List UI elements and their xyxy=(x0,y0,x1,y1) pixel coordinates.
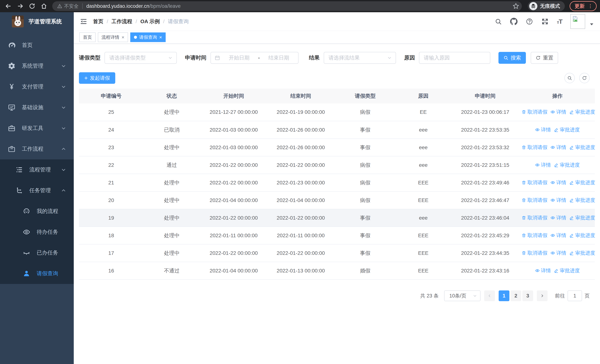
chevron-down-icon xyxy=(61,105,66,110)
action-cancel-link[interactable]: 取消请假 xyxy=(521,232,547,239)
page-button-2[interactable]: 2 xyxy=(510,290,521,301)
sidebar-item-done-tasks[interactable]: 已办任务 xyxy=(0,243,74,263)
sidebar-item-payment-management[interactable]: 支付管理 xyxy=(0,76,74,97)
actions-cell: 详情审批进度 xyxy=(520,121,595,139)
tab-process-detail[interactable]: 流程详情× xyxy=(98,32,128,42)
search-button[interactable]: 搜索 xyxy=(498,52,526,64)
sidebar-toggle-button[interactable] xyxy=(80,18,87,25)
goto-page-input[interactable] xyxy=(568,290,582,301)
app-window: 芋道管理系统 首页系统管理支付管理基础设施研发工具工作流程流程管理任务管理我的流… xyxy=(0,12,600,364)
chevron-down-icon xyxy=(61,84,66,90)
status-cell: 处理中 xyxy=(143,209,200,227)
page-button-3[interactable]: 3 xyxy=(522,290,533,301)
action-detail-link[interactable]: 详情 xyxy=(550,215,566,221)
browser-forward-button[interactable] xyxy=(15,1,25,11)
next-page-button[interactable] xyxy=(537,290,548,301)
dashboard-icon xyxy=(8,41,16,49)
trash-icon xyxy=(521,145,526,150)
browser-menu-icon[interactable] xyxy=(588,3,593,9)
browser-home-button[interactable] xyxy=(39,1,49,11)
apply-time-range-picker[interactable]: 开始日期 - 结束日期 xyxy=(210,52,299,64)
page-size-select[interactable]: 10条/页 xyxy=(444,290,480,301)
action-cancel-link[interactable]: 取消请假 xyxy=(521,250,547,256)
action-detail-link[interactable]: 详情 xyxy=(550,250,566,256)
reason-input[interactable] xyxy=(419,52,490,63)
reset-button[interactable]: 重置 xyxy=(531,52,558,64)
sidebar-item-workflow[interactable]: 工作流程 xyxy=(0,139,74,159)
browser-update-button[interactable]: 更新 xyxy=(570,1,597,11)
eye-closed-icon xyxy=(23,249,30,257)
toggle-search-button[interactable] xyxy=(564,73,575,83)
page-button-1[interactable]: 1 xyxy=(499,290,509,301)
action-detail-link[interactable]: 详情 xyxy=(550,109,566,115)
close-tab-icon[interactable]: × xyxy=(122,35,124,40)
action-detail-link[interactable]: 详情 xyxy=(550,197,566,204)
close-tab-icon[interactable]: × xyxy=(159,35,162,40)
sidebar-item-task-management[interactable]: 任务管理 xyxy=(0,180,74,201)
sidebar-item-dev-tools[interactable]: 研发工具 xyxy=(0,118,74,139)
action-cancel-link[interactable]: 取消请假 xyxy=(521,144,547,151)
reason-cell: eee xyxy=(396,121,450,139)
apply-id-cell: 23 xyxy=(79,139,143,156)
action-progress-link[interactable]: 审批进度 xyxy=(554,126,580,133)
action-detail-link[interactable]: 详情 xyxy=(535,267,551,274)
home-icon xyxy=(41,3,47,9)
action-progress-link[interactable]: 审批进度 xyxy=(569,109,595,115)
action-progress-link[interactable]: 审批进度 xyxy=(554,267,580,274)
action-progress-link[interactable]: 审批进度 xyxy=(569,232,595,239)
browser-back-button[interactable] xyxy=(3,1,13,11)
table-row: 24已取消2022-01-03 00:00:002022-01-26 00:00… xyxy=(79,121,595,139)
action-progress-link[interactable]: 审批进度 xyxy=(569,179,595,186)
leave-type-cell: 事假 xyxy=(334,121,396,139)
sidebar-item-infrastructure[interactable]: 基础设施 xyxy=(0,97,74,118)
action-detail-link[interactable]: 详情 xyxy=(535,162,551,168)
sidebar-item-home[interactable]: 首页 xyxy=(0,35,74,56)
eye-action-icon xyxy=(550,145,555,150)
action-progress-link[interactable]: 审批进度 xyxy=(569,144,595,151)
action-cancel-link[interactable]: 取消请假 xyxy=(521,109,547,115)
chevron-down-icon xyxy=(61,125,66,131)
table-row: 16不通过2022-01-04 00:00:002022-01-13 00:00… xyxy=(79,262,595,280)
bookmark-star-icon[interactable] xyxy=(512,2,520,10)
github-icon[interactable]: /> xyxy=(510,18,517,25)
action-detail-link[interactable]: 详情 xyxy=(550,232,566,239)
sidebar-item-my-process[interactable]: 我的流程 xyxy=(0,201,74,222)
help-icon[interactable] xyxy=(526,18,533,25)
action-cancel-link[interactable]: 取消请假 xyxy=(521,215,547,221)
sidebar-item-leave-query[interactable]: 请假查询 xyxy=(0,263,74,284)
result-select[interactable]: 请选择流结果 xyxy=(324,52,396,64)
reason-cell: EEE xyxy=(396,191,450,209)
sidebar-item-todo-tasks[interactable]: 待办任务 xyxy=(0,222,74,243)
header-search-icon[interactable] xyxy=(495,18,502,25)
breadcrumb-item[interactable]: OA 示例 xyxy=(141,18,160,25)
address-bar[interactable]: 不安全 dashboard.yudao.iocoder.cn/bpm/oa/le… xyxy=(52,1,522,11)
sidebar-item-system-management[interactable]: 系统管理 xyxy=(0,56,74,76)
action-cancel-link[interactable]: 取消请假 xyxy=(521,197,547,204)
logo[interactable]: 芋道管理系统 xyxy=(0,12,74,30)
action-progress-link[interactable]: 审批进度 xyxy=(569,197,595,204)
refresh-table-button[interactable] xyxy=(579,73,590,83)
browser-reload-button[interactable] xyxy=(27,1,37,11)
reason-cell: EEE xyxy=(396,227,450,244)
column-header: 结束时间 xyxy=(267,89,334,103)
action-progress-link[interactable]: 审批进度 xyxy=(554,162,580,168)
leave-type-select[interactable]: 请选择请假类型 xyxy=(104,52,177,64)
action-cancel-link[interactable]: 取消请假 xyxy=(521,179,547,186)
action-detail-link[interactable]: 详情 xyxy=(550,144,566,151)
tab-home[interactable]: 首页 xyxy=(79,32,96,42)
site-security-info[interactable]: 不安全 xyxy=(57,3,79,9)
action-progress-link[interactable]: 审批进度 xyxy=(569,215,595,221)
sidebar-item-process-management[interactable]: 流程管理 xyxy=(0,159,74,180)
action-detail-link[interactable]: 详情 xyxy=(550,179,566,186)
action-detail-link[interactable]: 详情 xyxy=(535,126,551,133)
breadcrumb-item[interactable]: 工作流程 xyxy=(112,18,132,25)
tab-leave-query[interactable]: 请假查询× xyxy=(130,32,166,42)
create-leave-button[interactable]: + 发起请假 xyxy=(79,72,115,84)
user-avatar[interactable] xyxy=(570,14,594,29)
prev-page-button[interactable] xyxy=(484,290,495,301)
breadcrumb-item[interactable]: 首页 xyxy=(93,18,103,25)
range-separator: - xyxy=(258,55,260,61)
font-size-icon[interactable]: тT xyxy=(557,18,562,25)
fullscreen-icon[interactable] xyxy=(541,18,549,25)
action-progress-link[interactable]: 审批进度 xyxy=(569,250,595,256)
